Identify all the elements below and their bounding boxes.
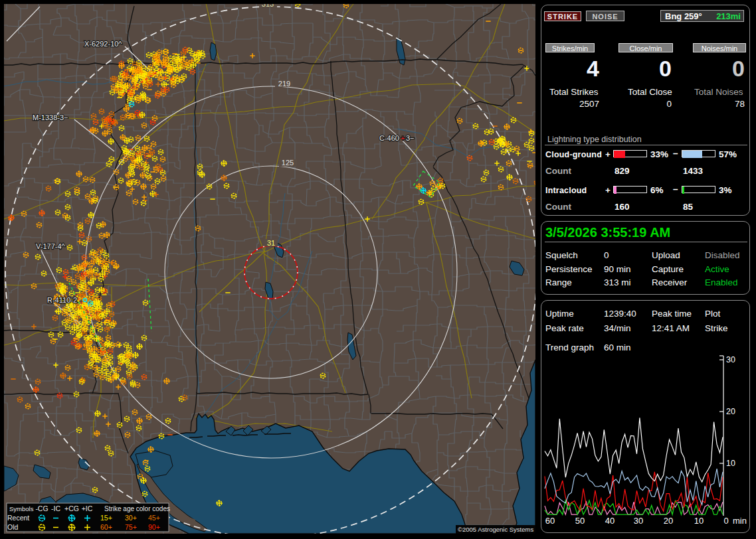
svg-text:+: +	[401, 134, 405, 142]
svg-text:219: 219	[278, 80, 290, 88]
svg-text:10: 10	[726, 459, 735, 468]
svg-text:Old: Old	[7, 523, 19, 531]
svg-text:30: 30	[634, 516, 643, 526]
svg-text:31: 31	[267, 239, 275, 247]
svg-text:75+: 75+	[125, 523, 137, 531]
svg-text:15+: 15+	[100, 514, 112, 522]
svg-text:313: 313	[262, 4, 274, 8]
svg-text:20: 20	[726, 407, 735, 416]
svg-text:©2005 Astrogenic Systems: ©2005 Astrogenic Systems	[458, 526, 533, 533]
svg-text:3−: 3−	[406, 134, 415, 142]
svg-text:-CG: -CG	[35, 504, 48, 512]
svg-text:10: 10	[694, 516, 704, 526]
svg-text:C-460: C-460	[379, 134, 399, 142]
svg-text:60+: 60+	[100, 523, 112, 531]
svg-text:+IC: +IC	[82, 504, 93, 512]
svg-text:30: 30	[726, 355, 735, 364]
svg-text:Recent: Recent	[7, 514, 29, 522]
svg-text:40: 40	[605, 516, 614, 526]
svg-text:M-1338-3−: M-1338-3−	[33, 114, 68, 121]
svg-text:20: 20	[664, 516, 673, 526]
svg-text:0: 0	[723, 516, 728, 526]
svg-text:Symbols: Symbols	[9, 505, 34, 512]
svg-text:Strike age color codes: Strike age color codes	[104, 505, 170, 512]
svg-text:X-6292-10^: X-6292-10^	[84, 40, 122, 48]
svg-text:-IC: -IC	[51, 504, 60, 512]
svg-text:V-177-4^: V-177-4^	[36, 242, 66, 250]
svg-text:+CG: +CG	[64, 504, 79, 512]
svg-text:50: 50	[575, 516, 585, 526]
svg-text:R-4110-2: R-4110-2	[47, 296, 77, 304]
svg-text:min: min	[733, 516, 747, 526]
svg-text:30+: 30+	[125, 514, 137, 522]
svg-text:45+: 45+	[148, 514, 160, 522]
svg-text:125: 125	[282, 159, 294, 167]
svg-text:60: 60	[545, 516, 555, 526]
svg-text:90+: 90+	[148, 523, 160, 531]
